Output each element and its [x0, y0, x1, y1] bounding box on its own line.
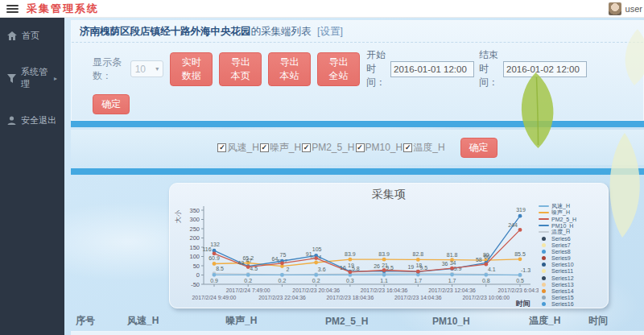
legend-entry[interactable]: Series13: [539, 281, 605, 287]
data-table: 序号 风速_H 噪声_H PM2_5_H PM10_H 温度_H 时间 1 0.…: [71, 311, 644, 335]
svg-text:0.3: 0.3: [346, 278, 354, 283]
svg-text:64: 64: [272, 256, 279, 262]
legend-swatch-icon: [542, 250, 546, 254]
legend-swatch-icon: [539, 231, 549, 233]
chart-panel: 采集项 -500501001502002503003502017/2/24 9:…: [169, 183, 609, 308]
sidebar-item-system[interactable]: 系统管理 ▸: [0, 54, 64, 102]
settings-link[interactable]: [设置]: [317, 26, 343, 37]
sidebar-item-logout[interactable]: 安全退出: [0, 102, 64, 139]
export-page-button[interactable]: 导出本页: [219, 52, 262, 86]
svg-text:19: 19: [348, 263, 354, 268]
svg-text:26: 26: [374, 263, 380, 269]
table-row: 1 0.9 60.9 116 132 8.5 2017/2/24 9:49:00: [71, 332, 644, 335]
start-time-label: 开始时间：: [366, 48, 386, 89]
svg-text:60.9: 60.9: [208, 255, 220, 261]
legend-entry[interactable]: 温度_H: [539, 229, 605, 235]
svg-text:时间: 时间: [516, 300, 530, 307]
realtime-data-button[interactable]: 实时数据: [170, 52, 213, 86]
svg-text:大小: 大小: [175, 209, 182, 223]
user-logout-icon: [7, 116, 16, 125]
divider-stripe: [71, 121, 644, 127]
legend-entry[interactable]: Series15: [539, 294, 605, 300]
legend-swatch-icon: [542, 243, 546, 247]
legend-entry[interactable]: Series7: [539, 242, 605, 249]
svg-text:85.5: 85.5: [514, 251, 526, 257]
display-count-label: 显示条数：: [93, 56, 124, 83]
export-site-button[interactable]: 导出本站: [268, 52, 311, 86]
svg-text:81.8: 81.8: [447, 252, 458, 258]
legend-entry[interactable]: Series6: [539, 235, 605, 242]
svg-text:16: 16: [340, 265, 346, 271]
svg-text:1.1: 1.1: [380, 278, 388, 283]
display-count-select[interactable]: 10 ▾: [130, 60, 164, 77]
chevron-down-icon: ▾: [155, 65, 159, 72]
divider-stripe: [71, 168, 644, 175]
sidebar-item-home[interactable]: 首页: [0, 18, 64, 54]
menu-toggle-icon[interactable]: [6, 5, 19, 13]
legend-entry[interactable]: 噪声_H: [539, 209, 605, 216]
svg-text:300: 300: [189, 216, 200, 223]
series-checkbox[interactable]: ✓ 温度_H: [403, 141, 444, 155]
legend-entry[interactable]: Series10: [539, 262, 605, 268]
svg-text:150: 150: [189, 244, 200, 251]
export-all-button[interactable]: 导出全站: [317, 52, 360, 86]
svg-text:36: 36: [442, 261, 448, 267]
legend-entry[interactable]: PM2_5_H: [539, 216, 605, 222]
legend-swatch-icon: [542, 263, 546, 267]
svg-text:2017/2/23 22:04:36: 2017/2/23 22:04:36: [258, 295, 306, 300]
svg-text:75: 75: [280, 252, 287, 258]
legend-swatch-icon: [539, 212, 549, 213]
svg-text:82.8: 82.8: [413, 251, 424, 257]
svg-text:116: 116: [202, 246, 211, 252]
sidebar: 首页 系统管理 ▸ 安全退出: [0, 18, 64, 335]
series-checkbox[interactable]: ✓ 风速_H: [217, 141, 258, 155]
svg-text:2017/2/23 20:04:36: 2017/2/23 20:04:36: [292, 287, 340, 293]
legend-entry[interactable]: PM10_H: [539, 222, 605, 229]
user-avatar: [609, 2, 621, 15]
series-checkbox[interactable]: ✓ PM10_H: [356, 142, 403, 153]
legend-swatch-icon: [542, 283, 546, 287]
legend-entry[interactable]: Series9: [539, 255, 605, 262]
legend-swatch-icon: [539, 225, 549, 226]
svg-text:-50: -50: [191, 281, 200, 288]
end-time-input[interactable]: [503, 61, 587, 77]
svg-text:0.2: 0.2: [312, 278, 320, 283]
legend-entry[interactable]: Series8: [539, 249, 605, 255]
legend-entry[interactable]: 风速_H: [539, 203, 605, 209]
legend-entry[interactable]: Series16: [539, 300, 605, 307]
legend-entry[interactable]: Series14: [539, 287, 605, 294]
query-confirm-button[interactable]: 确定: [93, 94, 130, 114]
svg-text:2017/2/24 7:49:00: 2017/2/24 7:49:00: [226, 287, 270, 293]
svg-text:2017/2/23 18:04:36: 2017/2/23 18:04:36: [327, 295, 374, 300]
svg-text:83.9: 83.9: [378, 251, 390, 257]
chevron-right-icon: ▸: [54, 75, 57, 82]
user-name: user: [625, 4, 642, 14]
svg-text:47: 47: [246, 258, 252, 263]
svg-text:2017/2/23 6:04:36: 2017/2/23 6:04:36: [498, 287, 539, 293]
legend-swatch-icon: [542, 276, 546, 280]
svg-text:0.2: 0.2: [279, 278, 287, 283]
user-menu[interactable]: user: [609, 2, 644, 15]
legend-swatch-icon: [542, 269, 546, 273]
svg-text:2017/2/23 16:04:36: 2017/2/23 16:04:36: [361, 287, 408, 293]
svg-text:21: 21: [382, 263, 388, 268]
end-time-label: 结束时间：: [479, 48, 498, 89]
chart-legend: 风速_H 噪声_H PM2_5_H PM10_H: [539, 202, 605, 308]
page-title: 济南槐荫区段店镇经十路外海中央花园的采集端列表 [设置]: [72, 21, 643, 43]
legend-swatch-icon: [542, 256, 546, 260]
svg-text:2017/2/23 14:04:36: 2017/2/23 14:04:36: [394, 295, 442, 300]
svg-text:244: 244: [508, 222, 518, 228]
start-time-input[interactable]: [390, 61, 474, 77]
legend-swatch-icon: [542, 302, 546, 306]
svg-text:2017/2/23 10:06:00: 2017/2/23 10:06:00: [462, 295, 510, 300]
series-checkbox[interactable]: ✓ PM2_5_H: [302, 142, 354, 153]
svg-text:8.5: 8.5: [216, 266, 224, 271]
legend-entry[interactable]: Series11: [539, 268, 605, 275]
table-header-row: 序号 风速_H 噪声_H PM2_5_H PM10_H 温度_H 时间: [71, 311, 644, 332]
svg-text:2017/2/24 9:49:00: 2017/2/24 9:49:00: [192, 295, 237, 300]
legend-entry[interactable]: Series12: [539, 275, 605, 281]
series-confirm-button[interactable]: 确定: [460, 138, 497, 158]
svg-text:66: 66: [484, 254, 490, 259]
top-header: 采集管理系统 user: [0, 0, 644, 18]
series-checkbox[interactable]: ✓ 噪声_H: [260, 141, 301, 155]
